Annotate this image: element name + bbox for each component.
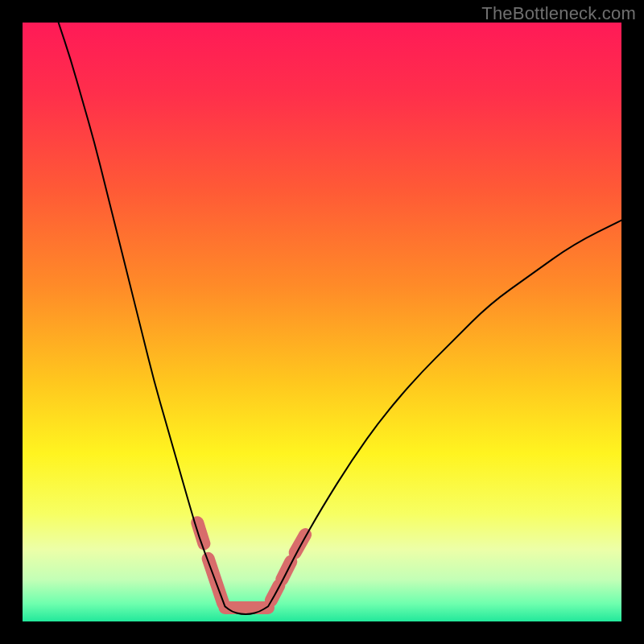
highlight-segments bbox=[197, 522, 305, 608]
frame: TheBottleneck.com bbox=[0, 0, 644, 644]
bottleneck-curve bbox=[59, 23, 621, 614]
curves-layer bbox=[23, 23, 621, 621]
segment-right-seg-up bbox=[295, 535, 306, 552]
segment-right-seg-low2 bbox=[282, 562, 291, 580]
plot-area bbox=[23, 23, 621, 621]
watermark-text: TheBottleneck.com bbox=[481, 3, 636, 24]
